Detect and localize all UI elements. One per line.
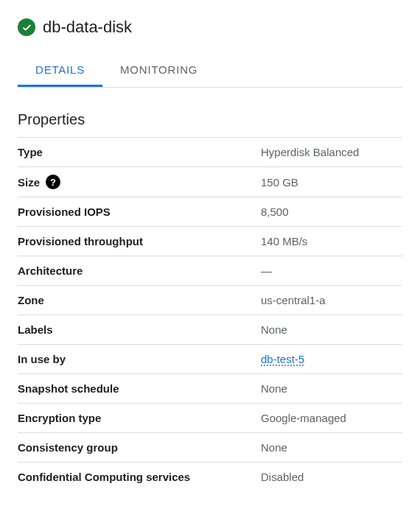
property-value: None <box>261 382 287 395</box>
property-row-labels: Labels None <box>18 315 402 344</box>
property-label: In use by <box>18 353 261 365</box>
tab-monitoring[interactable]: MONITORING <box>102 55 215 87</box>
property-row-encryption: Encryption type Google-managed <box>18 403 402 432</box>
in-use-by-link[interactable]: db-test-5 <box>261 353 304 365</box>
property-label: Size ? <box>18 175 261 189</box>
property-value: None <box>261 441 287 454</box>
property-row-confidential: Confidential Computing services Disabled <box>18 462 402 491</box>
property-label: Architecture <box>18 264 261 277</box>
help-icon[interactable]: ? <box>46 175 60 189</box>
property-value: None <box>261 323 287 336</box>
property-label: Zone <box>18 294 261 306</box>
property-value: Hyperdisk Balanced <box>261 146 359 158</box>
property-value: Google-managed <box>261 412 346 424</box>
property-label: Provisioned throughput <box>18 235 261 247</box>
property-value: — <box>261 264 272 277</box>
page-header: db-data-disk <box>18 18 402 37</box>
tab-details[interactable]: DETAILS <box>18 55 102 87</box>
property-row-type: Type Hyperdisk Balanced <box>18 137 402 166</box>
section-title: Properties <box>18 111 402 128</box>
property-row-zone: Zone us-central1-a <box>18 285 402 315</box>
status-ok-icon <box>18 18 35 36</box>
property-label: Type <box>18 146 261 158</box>
property-value: 150 GB <box>261 176 298 189</box>
property-label: Encryption type <box>18 412 261 424</box>
property-label: Consistency group <box>18 441 261 454</box>
property-label: Labels <box>18 323 261 336</box>
property-value: us-central1-a <box>261 294 326 306</box>
property-row-size: Size ? 150 GB <box>18 166 402 197</box>
property-label: Provisioned IOPS <box>18 205 261 218</box>
property-row-consistency: Consistency group None <box>18 432 402 462</box>
property-value: Disabled <box>261 471 304 483</box>
property-value: 8,500 <box>261 205 289 218</box>
tabs: DETAILS MONITORING <box>18 55 402 88</box>
property-row-iops: Provisioned IOPS 8,500 <box>18 197 402 226</box>
property-label: Confidential Computing services <box>18 471 261 483</box>
page-title: db-data-disk <box>43 18 132 37</box>
properties-table: Type Hyperdisk Balanced Size ? 150 GB Pr… <box>18 137 402 491</box>
property-value: 140 MB/s <box>261 235 307 247</box>
property-row-inuseby: In use by db-test-5 <box>18 344 402 373</box>
property-row-architecture: Architecture — <box>18 256 402 285</box>
property-label: Snapshot schedule <box>18 382 261 395</box>
property-row-throughput: Provisioned throughput 140 MB/s <box>18 226 402 256</box>
property-row-snapshot: Snapshot schedule None <box>18 373 402 403</box>
